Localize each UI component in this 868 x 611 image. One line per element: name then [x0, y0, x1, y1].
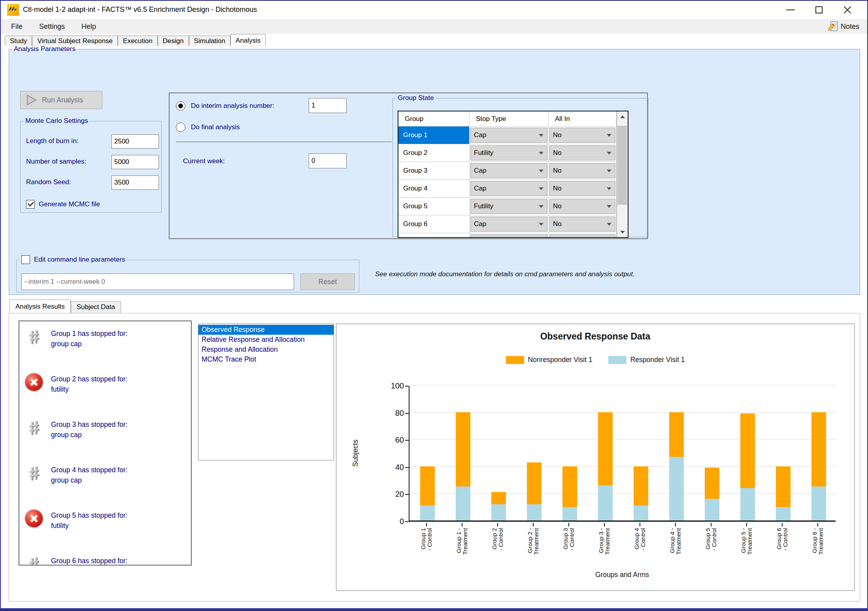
y-tick-label: 20: [380, 490, 404, 499]
bar-segment: [740, 413, 755, 488]
tab-execution[interactable]: Execution: [118, 36, 158, 46]
dropdown[interactable]: [549, 234, 615, 238]
maximize-button[interactable]: [805, 1, 833, 19]
dropdown[interactable]: Futility: [470, 199, 547, 214]
group-cell[interactable]: [398, 233, 470, 238]
dropdown[interactable]: Cap: [470, 217, 547, 232]
bar-segment: [776, 466, 791, 507]
group-cell[interactable]: Group 5: [398, 198, 470, 215]
status-item: #Group 6 has stopped for:: [19, 553, 191, 566]
chevron-down-icon: [603, 181, 615, 196]
cmd-line-input[interactable]: [21, 273, 294, 290]
separator: [176, 141, 392, 142]
status-item: #Group 1 has stopped for:group cap: [19, 326, 191, 370]
tab-simulation[interactable]: Simulation: [189, 36, 230, 46]
close-button[interactable]: [833, 1, 862, 19]
tab-analysis[interactable]: Analysis: [230, 34, 266, 46]
option-observed-response[interactable]: Observed Response: [198, 325, 334, 335]
x-tick: [426, 523, 427, 526]
dropdown[interactable]: No: [549, 199, 615, 214]
gridline: [409, 385, 836, 385]
table-row[interactable]: Group 1CapNo: [398, 126, 617, 144]
group-cell[interactable]: Group 3: [398, 162, 470, 179]
gridline: [409, 412, 836, 413]
menu-item-settings[interactable]: Settings: [33, 20, 71, 33]
bar-segment: [705, 499, 719, 520]
scrollbar-thumb[interactable]: [617, 126, 627, 205]
legend-swatch: [506, 356, 524, 364]
minimize-button[interactable]: [776, 1, 805, 19]
tab-design[interactable]: Design: [158, 36, 189, 46]
window-title: Ctl-model 1-2 adapt-int - FACTS™ v6.5 En…: [23, 6, 257, 14]
x-tick: [462, 523, 462, 526]
option-response-and-allocation[interactable]: Response and Allocation: [198, 345, 334, 355]
combo-cell: No: [549, 126, 617, 144]
tab-virtual-subject-response[interactable]: Virtual Subject Response: [32, 36, 118, 46]
run-analysis-button[interactable]: Run Analysis: [20, 91, 102, 109]
results-tab-analysis-results[interactable]: Analysis Results: [9, 300, 71, 313]
legend-label: Responder Visit 1: [630, 356, 685, 364]
generate-mcmc-checkbox[interactable]: Generate MCMC file: [26, 200, 100, 209]
final-analysis-radio[interactable]: [176, 123, 185, 132]
group-cell[interactable]: Group 2: [398, 144, 470, 162]
group-cell[interactable]: Group 6: [398, 215, 470, 233]
dropdown[interactable]: No: [549, 128, 615, 143]
mc-field-input[interactable]: [111, 134, 159, 149]
dropdown[interactable]: Cap: [470, 181, 547, 196]
notes-label: Notes: [841, 23, 859, 31]
dropdown[interactable]: Futility: [470, 145, 547, 160]
bar-segment: [527, 462, 542, 504]
bar-segment: [598, 485, 613, 520]
dropdown[interactable]: [470, 234, 547, 238]
current-week-input[interactable]: [309, 153, 347, 168]
table-row[interactable]: Group 5FutilityNo: [398, 198, 617, 215]
group-cell[interactable]: Group 1: [398, 126, 470, 144]
combo-cell: No: [549, 144, 617, 162]
group-cell[interactable]: Group 4: [398, 180, 470, 197]
scroll-down-icon[interactable]: [617, 227, 628, 237]
mc-field-label: Length of burn in:: [26, 137, 78, 145]
group-state-scrollbar[interactable]: [617, 111, 628, 237]
scroll-up-icon[interactable]: [617, 111, 628, 122]
table-row[interactable]: Group 4CapNo: [398, 180, 617, 198]
dropdown[interactable]: No: [549, 181, 615, 196]
checkbox-checked-icon: [26, 200, 35, 209]
option-mcmc-trace-plot[interactable]: MCMC Trace Plot: [198, 355, 334, 364]
dropdown[interactable]: No: [549, 163, 615, 178]
mc-field-input[interactable]: [111, 155, 159, 169]
hash-icon: #: [25, 464, 43, 482]
dropdown-value: No: [550, 149, 603, 157]
mc-field-input[interactable]: [111, 175, 159, 190]
notes-button[interactable]: Notes: [828, 21, 859, 32]
mc-field-label: Random Seed:: [26, 178, 71, 186]
interim-number-input[interactable]: [309, 98, 347, 113]
mc-field-label: Number of samples:: [26, 158, 86, 166]
monte-carlo-title: Monte Carlo Settings: [24, 117, 90, 125]
edit-cmd-checkbox[interactable]: [21, 255, 30, 264]
menu-item-file[interactable]: File: [5, 20, 29, 33]
option-relative-response-and-allocation[interactable]: Relative Response and Allocation: [198, 335, 334, 345]
interim-analysis-radio[interactable]: [176, 101, 185, 111]
dropdown[interactable]: Cap: [470, 128, 547, 143]
results-tab-subject-data[interactable]: Subject Data: [71, 301, 121, 313]
results-panel: #Group 1 has stopped for:group capGroup …: [9, 313, 860, 602]
table-row[interactable]: Group 3CapNo: [398, 162, 617, 180]
x-tick: [746, 523, 747, 526]
dropdown[interactable]: No: [549, 145, 615, 160]
dropdown[interactable]: Cap: [470, 163, 547, 178]
table-row[interactable]: [398, 233, 617, 238]
y-axis-label: Subjects: [351, 426, 360, 481]
result-options-list[interactable]: Observed ResponseRelative Response and A…: [198, 324, 334, 460]
table-row[interactable]: Group 2FutilityNo: [398, 144, 617, 162]
group-status-list[interactable]: #Group 1 has stopped for:group capGroup …: [19, 321, 192, 566]
reset-button[interactable]: Reset: [300, 273, 355, 290]
menu-item-help[interactable]: Help: [75, 20, 102, 33]
table-row[interactable]: Group 6CapNo: [398, 215, 617, 233]
dropdown-value: Cap: [471, 131, 535, 139]
chevron-down-icon: [535, 128, 547, 142]
tab-study[interactable]: Study: [5, 36, 32, 46]
x-tick: [533, 523, 534, 526]
status-text: Group 1 has stopped for:group cap: [51, 328, 128, 349]
dropdown[interactable]: No: [549, 217, 615, 232]
run-analysis-label: Run Analysis: [42, 96, 83, 104]
